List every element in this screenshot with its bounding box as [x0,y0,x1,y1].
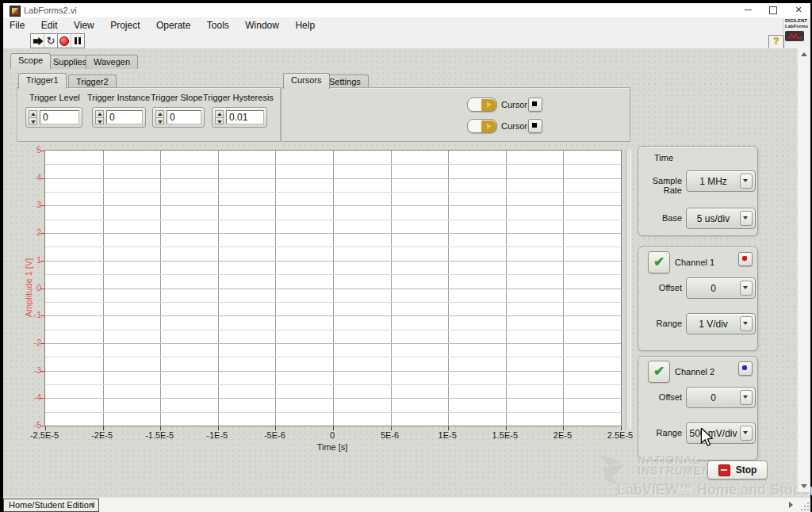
channel1-checkbox[interactable]: ✔ [648,251,670,273]
y-tick-mark [40,398,44,399]
channel2-checkbox[interactable]: ✔ [648,361,670,383]
run-continuously-icon: ↻ [47,37,56,45]
mouse-cursor [700,428,714,447]
tab-scope[interactable]: Scope [10,53,51,69]
x-axis-title: Time [s] [44,442,620,452]
grip-dot [804,509,806,510]
gridline-horizontal [45,384,621,385]
tab-cursors[interactable]: Cursors [283,73,330,89]
trigger-instance-spinner[interactable] [95,110,104,124]
channel2-title: Channel 2 [675,367,714,376]
x-tick-label: -2E-5 [91,430,113,440]
maximize-button[interactable] [761,3,785,17]
x-tick-label: 1.5E-5 [492,430,518,440]
abort-pause-group [57,33,85,48]
chevron-down-icon[interactable] [740,174,753,189]
trigger-level-input[interactable]: 0 [40,110,79,124]
trigger-hysteresis-spinner[interactable] [215,110,224,124]
tab-trigger1[interactable]: Trigger1 [18,73,67,89]
chevron-down-icon[interactable] [740,211,753,226]
decrement-icon[interactable] [155,117,164,125]
trigger-instance-input[interactable]: 0 [106,110,143,124]
abort-button[interactable] [58,34,71,48]
decrement-icon[interactable] [215,117,224,125]
chevron-down-icon[interactable] [740,426,753,441]
cursor2-toggle[interactable] [467,119,497,133]
resize-grip[interactable] [799,500,810,511]
stop-button[interactable]: Stop [707,460,768,480]
trigger-hysteresis-label: Trigger Hysteresis [203,93,274,102]
trigger-level-spinner[interactable] [29,110,37,124]
trigger-level-label: Trigger Level [29,93,80,102]
y-tick-label: 3 [36,200,41,209]
gridline-horizontal [45,220,621,220]
channel2-range-dropdown[interactable]: 500 mV/div [686,422,756,444]
scroll-right-icon[interactable] [789,502,793,508]
decrement-icon[interactable] [29,117,37,125]
vi-icon [10,6,21,17]
channel1-offset-dropdown[interactable]: 0 [686,277,756,299]
trigger-instance-control: 0 [92,107,146,128]
channel1-color-button[interactable] [738,252,753,266]
x-tick-label: 0 [330,430,335,440]
y-tick-mark [40,343,44,344]
channel1-range-value: 1 V/div [687,319,740,330]
sample-rate-dropdown[interactable]: 1 MHz [686,170,756,192]
horizontal-scrollbar[interactable]: Home/Student Edition [3,497,810,512]
y-tick-mark [40,315,44,316]
cursor2-color-button[interactable] [528,119,542,133]
x-tick-label: -5E-6 [264,430,285,440]
menu-operate[interactable]: Operate [150,17,197,31]
chevron-down-icon[interactable] [740,390,753,405]
y-tick-label: 0 [36,283,41,292]
scroll-left-icon[interactable] [90,502,94,508]
channel1-range-dropdown[interactable]: 1 V/div [686,313,756,334]
channel2-color-button[interactable] [738,361,753,376]
trigger-slope-input[interactable]: 0 [167,110,201,124]
x-tick-label: 1E-5 [439,430,457,440]
chevron-down-icon[interactable] [740,281,753,296]
pause-button[interactable] [71,34,84,48]
close-button[interactable]: ✕ [787,3,810,17]
menu-window[interactable]: Window [239,17,285,31]
increment-icon[interactable] [29,110,37,117]
y-tick-label: -2 [33,338,41,347]
channel2-offset-dropdown[interactable]: 0 [686,387,756,408]
trigger-hysteresis-input[interactable]: 0.01 [226,110,264,124]
vertical-scrollbar[interactable] [797,48,810,492]
gridline-horizontal [45,233,621,234]
chevron-down-icon[interactable] [740,316,753,331]
run-continuously-button[interactable]: ↻ [44,34,57,48]
decrement-icon[interactable] [95,117,104,125]
tab-wavegen[interactable]: Wavegen [86,55,138,69]
menu-project[interactable]: Project [104,17,146,31]
x-tick-label: -2.5E-5 [30,430,59,440]
menu-file[interactable]: File [3,17,31,31]
y-tick-label: -3 [33,365,41,375]
channel1-offset-value: 0 [687,283,740,294]
run-button[interactable] [31,34,44,48]
context-help-button[interactable]: ? [768,35,784,49]
menu-edit[interactable]: Edit [35,17,64,31]
increment-icon[interactable] [215,110,224,117]
menu-tools[interactable]: Tools [201,17,236,31]
minimize-button[interactable] [736,3,760,17]
cursor1-toggle[interactable] [467,97,497,112]
menu-view[interactable]: View [67,17,101,31]
scroll-down-icon[interactable] [801,484,807,488]
pause-icon [75,37,77,44]
waveform-plot-area[interactable] [44,150,622,426]
increment-icon[interactable] [95,110,104,117]
gridline-horizontal [45,164,621,165]
base-dropdown[interactable]: 5 us/div [686,208,756,229]
cursor1-color-button[interactable] [528,97,542,112]
toolbar: ↻ ? DIGILENT LabForms [3,32,810,49]
menu-help[interactable]: Help [289,17,321,31]
y-tick-label: 5 [36,145,41,155]
increment-icon[interactable] [155,110,164,117]
app-window: LabForms2.vi ✕ File Edit View Project Op… [3,3,810,512]
scroll-up-icon[interactable] [801,52,807,56]
y-tick-mark [40,426,44,426]
trigger-slope-spinner[interactable] [155,110,164,124]
x-tick-label: 2.5E-5 [607,430,633,440]
